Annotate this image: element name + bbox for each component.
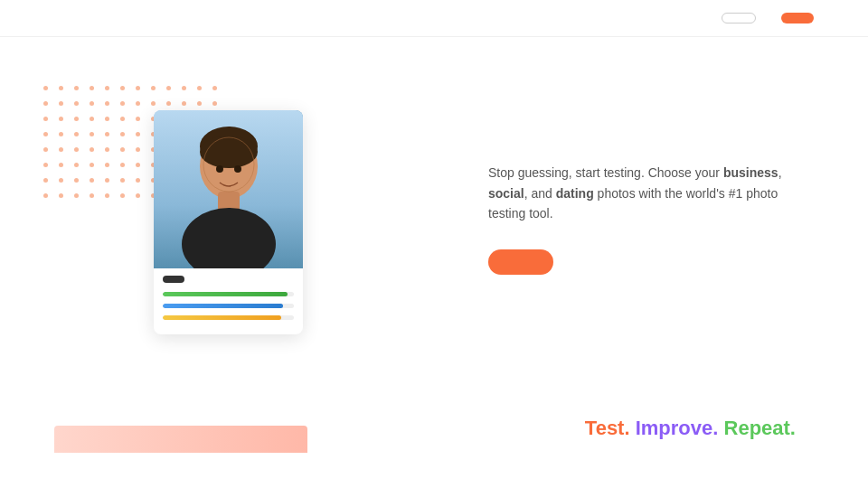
- test-improve-repeat: Test. Improve. Repeat.: [425, 417, 796, 440]
- svg-point-6: [216, 165, 223, 173]
- profile-photo: [154, 110, 303, 268]
- login-button[interactable]: [722, 13, 756, 23]
- photo-card: [154, 110, 303, 334]
- score-bars: [154, 286, 303, 334]
- smart-bar-fill: [163, 292, 288, 296]
- bottom-strip: [54, 426, 307, 453]
- attractive-bar-track: [163, 315, 294, 320]
- svg-point-5: [200, 136, 258, 168]
- test-photos-button[interactable]: [488, 249, 553, 275]
- how-left: [54, 417, 425, 453]
- trustworthy-bar-fill: [163, 304, 283, 308]
- dating-tab[interactable]: [163, 276, 184, 283]
- how-it-works-section: Test. Improve. Repeat.: [0, 380, 868, 471]
- smart-bar-row: [163, 290, 294, 296]
- bold-dating: dating: [556, 186, 594, 201]
- attractive-bar-row: [163, 314, 294, 320]
- trustworthy-bar-track: [163, 304, 294, 308]
- trustworthy-bar-row: [163, 302, 294, 308]
- hero-description: Stop guessing, start testing. Choose you…: [488, 163, 796, 223]
- nav-links: [671, 13, 814, 23]
- hero-section: const og = document.querySelector('.dot-…: [0, 37, 868, 380]
- svg-point-7: [234, 165, 241, 173]
- how-right: Test. Improve. Repeat.: [425, 417, 814, 440]
- attractive-bar-fill: [163, 315, 281, 320]
- hero-left: const og = document.querySelector('.dot-…: [54, 92, 434, 334]
- card-tab-row: [154, 268, 303, 286]
- bold-business: business: [723, 165, 778, 180]
- test-label: Test.: [585, 417, 630, 439]
- hero-right: Stop guessing, start testing. Choose you…: [434, 143, 814, 283]
- improve-label: Improve.: [636, 417, 719, 439]
- bold-social: social: [488, 186, 524, 201]
- repeat-label: Repeat.: [724, 417, 796, 439]
- navbar: [0, 0, 868, 37]
- signup-button[interactable]: [781, 13, 814, 23]
- how-bottom-row: Test. Improve. Repeat.: [54, 417, 814, 453]
- smart-bar-track: [163, 292, 294, 296]
